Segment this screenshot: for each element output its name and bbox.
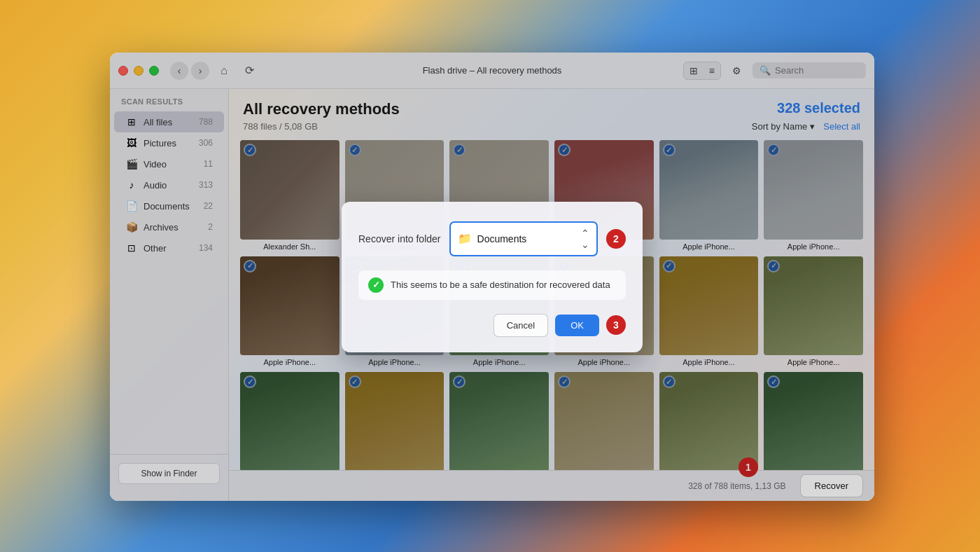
success-icon: ✓ xyxy=(368,277,384,293)
folder-icon: 📁 xyxy=(458,232,472,245)
cancel-button[interactable]: Cancel xyxy=(493,314,548,337)
folder-select[interactable]: 📁 Documents ⌃⌄ xyxy=(449,221,598,256)
ok-button[interactable]: OK xyxy=(555,315,599,336)
dialog-overlay: Recover into folder 📁 Documents ⌃⌄ 2 ✓ T… xyxy=(110,53,874,501)
folder-name: Documents xyxy=(477,233,575,244)
folder-chevron-button[interactable]: ⌃⌄ xyxy=(581,228,589,250)
dialog-row: Recover into folder 📁 Documents ⌃⌄ 2 xyxy=(358,221,626,256)
main-window: ‹ › ⌂ ⟳ Flash drive – All recovery metho… xyxy=(110,53,874,501)
step-badge-2: 2 xyxy=(606,229,626,249)
dialog-message: ✓ This seems to be a safe destination fo… xyxy=(358,270,626,300)
dialog-label: Recover into folder xyxy=(358,233,441,244)
step-badge-3: 3 xyxy=(606,315,626,335)
dialog-buttons: Cancel OK 3 xyxy=(358,314,626,337)
recover-dialog: Recover into folder 📁 Documents ⌃⌄ 2 ✓ T… xyxy=(342,202,643,352)
dialog-message-text: This seems to be a safe destination for … xyxy=(391,280,610,290)
